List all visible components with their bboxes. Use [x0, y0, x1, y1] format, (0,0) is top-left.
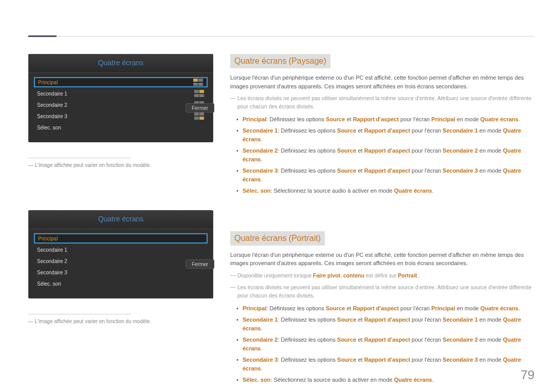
quad-icon [194, 113, 205, 120]
section-portrait: Quatre écrans (Portrait) Lorsque l'écran… [230, 231, 534, 384]
page-number: 79 [521, 366, 534, 384]
caption-text: ― L'image affichée peut varier en foncti… [28, 318, 213, 325]
bullet-selecson: Sélec. son: Sélectionnez la source audio… [243, 376, 534, 384]
menu-item-selecson[interactable]: Sélec. son [34, 278, 208, 289]
menu-item-label: Secondaire 3 [37, 269, 198, 276]
section-paysage: Quatre écrans (Paysage) Lorsque l'écran … [230, 54, 534, 195]
bullet-secondaire1: Secondaire 1: Définissez les options Sou… [243, 126, 534, 143]
bullet-principal: Principal: Définissez les options Source… [243, 115, 534, 124]
menu-item-principal[interactable]: Principal [34, 233, 208, 244]
stack-icon [197, 234, 203, 242]
close-button[interactable]: Fermer [186, 259, 214, 269]
menu-title: Quatre écrans [29, 211, 213, 229]
menu-item-label: Principal [38, 235, 197, 242]
section-heading: Quatre écrans (Paysage) [230, 54, 330, 68]
header-accent [28, 35, 57, 37]
menu-item-secondaire1[interactable]: Secondaire 1 [34, 245, 208, 255]
section-note: Les écrans divisés ne peuvent pas utilis… [230, 284, 534, 300]
bullet-secondaire3: Secondaire 3: Définissez les options Sou… [243, 356, 534, 372]
stack-icon [198, 268, 205, 276]
menu-item-label: Sélec. son [37, 124, 205, 132]
section-intro: Lorsque l'écran d'un périphérique extern… [230, 251, 534, 268]
menu-item-label: Secondaire 1 [37, 246, 198, 254]
bullet-secondaire2: Secondaire 2: Définissez les options Sou… [243, 146, 534, 163]
section-note: Les écrans divisés ne peuvent pas utilis… [230, 95, 534, 111]
menu-item-selecson[interactable]: Sélec. son [34, 122, 208, 133]
menu-item-principal[interactable]: Principal [34, 77, 208, 87]
quad-icon [193, 79, 203, 86]
bullet-selecson: Sélec. son: Sélectionnez la source audio… [243, 186, 534, 195]
section-heading: Quatre écrans (Portrait) [230, 231, 325, 246]
menu-item-secondaire2[interactable]: Secondaire 2 [34, 100, 208, 110]
menu-item-secondaire3[interactable]: Secondaire 3 [34, 267, 208, 277]
menu-item-label: Sélec. son [37, 280, 205, 288]
menu-item-label: Secondaire 2 [37, 101, 194, 109]
section-intro: Lorsque l'écran d'un périphérique extern… [230, 73, 534, 90]
header-rule [28, 36, 534, 36]
caption-rule [28, 314, 131, 314]
stack-icon [198, 246, 205, 254]
bullet-secondaire1: Secondaire 1: Définissez les options Sou… [243, 315, 534, 332]
caption-text: ― L'image affichée peut varier en foncti… [28, 161, 213, 169]
menu-title: Quatre écrans [29, 54, 213, 73]
menu-item-secondaire1[interactable]: Secondaire 1 [34, 88, 208, 99]
menu-panel-paysage: Quatre écrans Principal Secondaire 1 Sec… [28, 54, 182, 142]
bullet-principal: Principal: Définissez les options Source… [243, 304, 534, 313]
menu-panel-portrait: Quatre écrans Principal Secondaire 1 [28, 210, 182, 298]
menu-item-label: Principal [38, 79, 193, 86]
menu-item-label: Secondaire 2 [37, 257, 198, 265]
menu-item-label: Secondaire 1 [37, 90, 194, 98]
bullet-secondaire2: Secondaire 2: Définissez les options Sou… [243, 335, 534, 352]
bullet-secondaire3: Secondaire 3: Définissez les options Sou… [243, 166, 534, 183]
quad-icon [194, 90, 205, 97]
menu-item-secondaire3[interactable]: Secondaire 3 [34, 111, 208, 121]
close-button[interactable]: Fermer [186, 103, 214, 113]
menu-item-label: Secondaire 3 [37, 113, 194, 120]
menu-item-secondaire2[interactable]: Secondaire 2 [34, 256, 208, 266]
caption-rule [28, 158, 131, 158]
section-note-availability: Disponible uniquement lorsque Faire pivo… [230, 272, 534, 280]
